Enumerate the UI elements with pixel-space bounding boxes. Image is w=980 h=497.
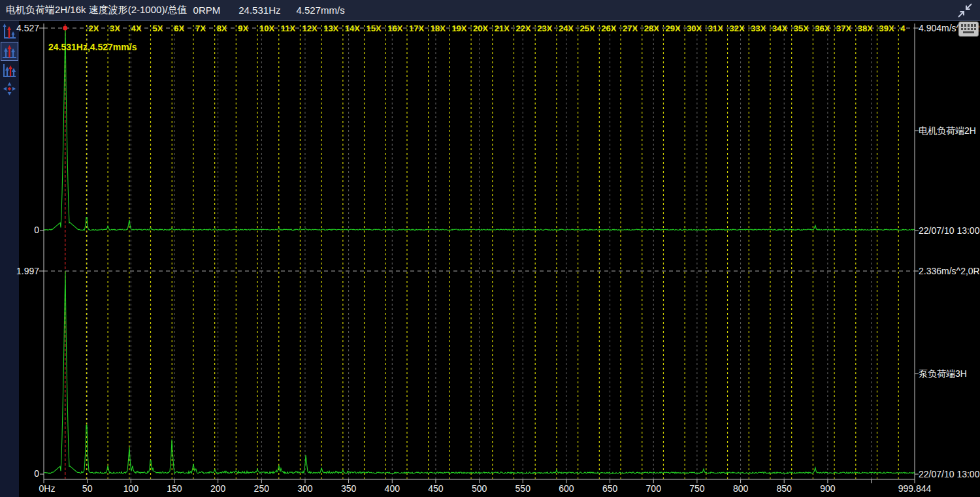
harmonic-label: 8X — [217, 24, 227, 33]
timestamp-label: 22/07/10 13:00:09 — [919, 469, 980, 479]
harmonic-label: 35X — [794, 24, 809, 33]
harmonic-label: 20X — [473, 24, 488, 33]
harmonic-label: 9X — [238, 24, 248, 33]
cursor-annotation: 24.531Hz,4.527mm/s — [48, 42, 137, 52]
harmonic-label: 22X — [516, 24, 531, 33]
harmonic-label: 30X — [687, 24, 702, 33]
harmonic-label: 4 — [900, 24, 906, 33]
y-zero-label: 0 — [34, 468, 39, 479]
cursor-peak-marker[interactable] — [63, 26, 67, 31]
x-tick-label: 400 — [385, 483, 400, 494]
timestamp-label: 22/07/10 13:00:09 — [919, 225, 980, 236]
x-tick-label: 200 — [210, 483, 226, 494]
x-tick-label: 900 — [820, 483, 836, 494]
harmonic-label: 16X — [387, 24, 402, 33]
harmonic-label: 39X — [879, 24, 894, 33]
harmonic-label: 38X — [858, 24, 873, 33]
y-zero-label: 0 — [34, 225, 39, 235]
harmonic-label: 31X — [708, 24, 723, 33]
harmonic-label: 37X — [836, 24, 851, 33]
harmonic-label: 27X — [623, 24, 638, 33]
harmonic-label: 29X — [665, 24, 680, 33]
harmonic-label: 11X — [281, 24, 296, 33]
x-tick-label: 800 — [733, 483, 749, 494]
harmonic-label: 28X — [644, 24, 659, 33]
x-tick-label: 650 — [602, 483, 618, 494]
harmonic-label: 7X — [195, 24, 206, 33]
right-value-label: 2.336m/s^2,0RPM — [919, 266, 980, 276]
x-tick-label: 999.844 — [898, 483, 932, 494]
x-tick-label: 850 — [777, 483, 792, 494]
keyboard-icon[interactable] — [958, 22, 979, 37]
harmonic-label: 19X — [451, 24, 466, 33]
harmonic-label: 36X — [815, 24, 830, 33]
harmonic-label: 26X — [601, 24, 616, 33]
harmonic-label: 12X — [302, 24, 317, 33]
x-tick-label: 500 — [472, 483, 487, 494]
harmonic-label: 5X — [153, 24, 163, 33]
harmonic-label: 4X — [131, 24, 142, 33]
harmonic-label: 21X — [495, 24, 510, 33]
harmonic-label: 14X — [345, 24, 360, 33]
harmonic-label: 25X — [580, 24, 595, 33]
harmonic-label: 23X — [537, 24, 552, 33]
x-tick-label: 250 — [254, 483, 270, 494]
x-tick-label: 0Hz — [39, 483, 56, 494]
harmonic-label: 18X — [431, 24, 446, 33]
harmonic-label: 13X — [323, 24, 338, 33]
spectra-chart[interactable]: 2X3X4X5X6X7X8X9X10X11X12X13X14X15X16X17X… — [0, 0, 980, 497]
x-tick-label: 150 — [167, 483, 182, 494]
x-tick-label: 300 — [297, 483, 313, 494]
x-tick-label: 600 — [559, 483, 574, 494]
harmonic-label: 33X — [751, 24, 766, 33]
harmonic-label: 10X — [259, 24, 274, 33]
channel-name-label: 泵负荷端3H — [919, 368, 967, 379]
harmonic-label: 3X — [110, 24, 120, 33]
x-tick-label: 550 — [515, 483, 531, 494]
harmonic-label: 24X — [559, 24, 574, 33]
x-tick-label: 350 — [341, 483, 357, 494]
harmonic-label: 32X — [730, 24, 745, 33]
harmonic-label: 6X — [174, 24, 184, 33]
harmonic-label: 17X — [409, 24, 424, 33]
x-tick-label: 700 — [646, 483, 662, 494]
y-cursor-value-label: 1.997 — [16, 266, 39, 276]
app-window: 电机负荷端2H/16k 速度波形(2-1000)/总值 0RPM 24.531H… — [0, 0, 980, 497]
x-tick-label: 750 — [689, 483, 705, 494]
harmonic-label: 34X — [772, 24, 787, 33]
x-tick-label: 450 — [428, 483, 444, 494]
y-cursor-value-label: 4.527 — [16, 23, 39, 33]
channel-name-label: 电机负荷端2H — [919, 125, 976, 136]
harmonic-label: 15X — [367, 24, 382, 33]
harmonic-label: 2X — [88, 24, 99, 33]
x-tick-label: 50 — [82, 483, 93, 494]
x-tick-label: 100 — [123, 483, 139, 494]
